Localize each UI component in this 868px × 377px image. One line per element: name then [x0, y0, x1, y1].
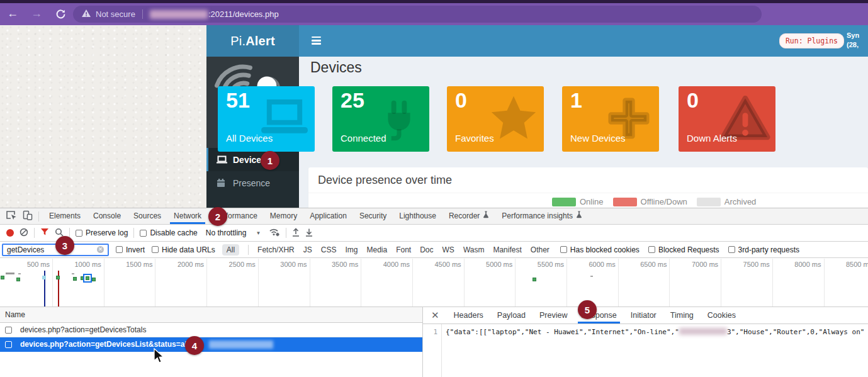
filter-checkbox-3rd-party-requests[interactable]: 3rd-party requests — [728, 245, 799, 254]
detail-tab-headers[interactable]: Headers — [447, 307, 490, 324]
stat-card-connected[interactable]: 25Connected — [332, 86, 429, 152]
presence-panel: Device presence over time OnlineOffline/… — [308, 167, 868, 208]
devtools-tab-network[interactable]: Network — [167, 208, 208, 224]
devtools-tab-console[interactable]: Console — [87, 208, 127, 224]
export-har-icon[interactable] — [305, 228, 313, 239]
laptop-icon — [217, 155, 228, 164]
devtools-tab-application[interactable]: Application — [303, 208, 353, 224]
filter-type-wasm[interactable]: Wasm — [463, 245, 485, 254]
stat-card-label: New Devices — [570, 133, 626, 143]
filter-type-manifest[interactable]: Manifest — [493, 245, 521, 254]
logo-alert: Alert — [245, 34, 275, 48]
app-logo[interactable]: Pi.Alert — [206, 25, 299, 57]
legend-label: Offline/Down — [641, 197, 687, 206]
network-request-row[interactable]: devices.php?action=getDevicesTotals — [0, 323, 422, 337]
timeline-tick-label: 7500 ms — [722, 261, 770, 268]
disable-cache-checkbox[interactable]: Disable cache — [140, 228, 197, 237]
request-checkbox[interactable] — [5, 327, 12, 334]
devtools-tabs: ElementsConsoleSourcesNetworkPerformance… — [43, 208, 589, 224]
forward-icon[interactable]: → — [29, 7, 44, 20]
filter-checkbox-has-blocked-cookies[interactable]: Has blocked cookies — [560, 245, 640, 254]
request-rows: devices.php?action=getDevicesTotalsdevic… — [0, 323, 422, 352]
legend-label: Online — [580, 197, 604, 206]
timeline-tick-label: 4000 ms — [362, 261, 410, 268]
network-conditions-icon[interactable] — [269, 227, 280, 239]
request-checkbox[interactable] — [5, 341, 12, 348]
network-overview-waterfall[interactable] — [0, 271, 868, 307]
extra-filters: Has blocked cookiesBlocked Requests3rd-p… — [560, 245, 799, 254]
reload-icon[interactable] — [53, 9, 68, 23]
devtools-tab-recorder[interactable]: Recorder — [442, 208, 495, 224]
filter-type-css[interactable]: CSS — [321, 245, 337, 254]
legend-swatch — [552, 198, 576, 206]
devtools-panel: ElementsConsoleSourcesNetworkPerformance… — [0, 208, 868, 377]
clear-filter-icon[interactable]: ✕ — [97, 246, 104, 253]
devtools-tab-security[interactable]: Security — [353, 208, 393, 224]
back-icon[interactable]: ← — [5, 7, 20, 20]
presence-panel-title: Device presence over time — [308, 167, 868, 193]
sidebar-item-presence[interactable]: Presence — [206, 171, 299, 194]
filter-type-font[interactable]: Font — [396, 245, 411, 254]
filter-type-js[interactable]: JS — [303, 245, 312, 254]
sidebar-item-label: Presence — [233, 178, 270, 188]
name-column-header[interactable]: Name — [0, 307, 422, 323]
redacted-response-value — [679, 328, 727, 335]
stat-card-value: 0 — [687, 88, 699, 113]
throttling-caret-icon[interactable]: ▼ — [256, 230, 261, 236]
record-network-log-icon[interactable] — [6, 229, 14, 237]
filter-type-other[interactable]: Other — [531, 245, 550, 254]
request-mark-green — [533, 278, 536, 281]
devtools-tab-label: Network — [174, 208, 201, 224]
legend-item-offline-down: Offline/Down — [613, 197, 687, 206]
timeline-tick-label: 8500 ms — [825, 261, 868, 268]
close-detail-icon[interactable]: ✕ — [423, 310, 447, 321]
throttling-dropdown[interactable]: No throttling — [206, 228, 247, 237]
filter-type-doc[interactable]: Doc — [420, 245, 433, 254]
request-name: devices.php?action=getDevicesList&status… — [20, 340, 203, 349]
stat-card-value: 0 — [455, 88, 467, 113]
stat-card-favorites[interactable]: 0Favorites — [447, 86, 544, 152]
stat-card-down-alerts[interactable]: 0Down Alerts — [679, 86, 775, 152]
detail-tab-timing[interactable]: Timing — [663, 307, 701, 324]
filter-funnel-icon[interactable] — [40, 228, 49, 238]
detail-tab-preview[interactable]: Preview — [533, 307, 574, 324]
hamburger-menu-icon[interactable] — [312, 37, 321, 45]
devtools-tab-memory[interactable]: Memory — [264, 208, 303, 224]
run-plugins-button[interactable]: Run: Plugins — [779, 33, 844, 48]
stat-card-all-devices[interactable]: 51All Devices — [218, 86, 315, 152]
sync-status-text: Syn(28, — [847, 31, 868, 50]
filter-checkbox-blocked-requests[interactable]: Blocked Requests — [648, 245, 719, 254]
inspect-element-icon[interactable] — [6, 210, 17, 223]
detail-tab-payload[interactable]: Payload — [490, 307, 533, 324]
import-har-icon[interactable] — [292, 228, 300, 239]
device-toolbar-icon[interactable] — [22, 210, 33, 223]
filter-type-ws[interactable]: WS — [442, 245, 454, 254]
filter-type-fetch-xhr[interactable]: Fetch/XHR — [257, 245, 295, 254]
devtools-tab-sources[interactable]: Sources — [127, 208, 167, 224]
url-omnibox[interactable]: Not secure :20211/devices.php — [73, 6, 762, 23]
not-secure-warning-icon — [82, 9, 91, 19]
stat-card-new-devices[interactable]: 1New Devices — [562, 86, 659, 152]
stat-card-label: All Devices — [226, 133, 273, 143]
devtools-tab-label: Application — [310, 208, 347, 224]
response-content: {"data":[["laptop","Net - Huawei","Inter… — [442, 324, 864, 377]
timeline-ruler: 500 ms1000 ms1500 ms2000 ms2500 ms3000 m… — [0, 259, 868, 271]
filter-type-media[interactable]: Media — [366, 245, 387, 254]
detail-tab-initiator[interactable]: Initiator — [624, 307, 663, 324]
detail-tab-cookies[interactable]: Cookies — [701, 307, 743, 324]
devtools-tab-lighthouse[interactable]: Lighthouse — [393, 208, 442, 224]
hide-data-urls-checkbox[interactable]: Hide data URLs — [152, 245, 215, 254]
timeline-tick-label: 500 ms — [2, 261, 50, 268]
filter-type-all[interactable]: All — [222, 244, 239, 256]
line-number-gutter: 1 — [423, 324, 442, 377]
devtools-tab-elements[interactable]: Elements — [43, 208, 87, 224]
calendar-icon — [217, 179, 228, 187]
filter-type-img[interactable]: Img — [345, 245, 358, 254]
request-name: devices.php?action=getDevicesTotals — [20, 325, 146, 334]
checkbox-icon — [648, 246, 655, 253]
devtools-tab-performance-insights[interactable]: Performance insights — [495, 208, 589, 224]
preserve-log-checkbox[interactable]: Preserve log — [76, 228, 128, 237]
invert-checkbox[interactable]: Invert — [116, 245, 145, 254]
network-request-row[interactable]: devices.php?action=getDevicesList&status… — [0, 337, 422, 352]
clear-network-log-icon[interactable] — [20, 228, 28, 239]
